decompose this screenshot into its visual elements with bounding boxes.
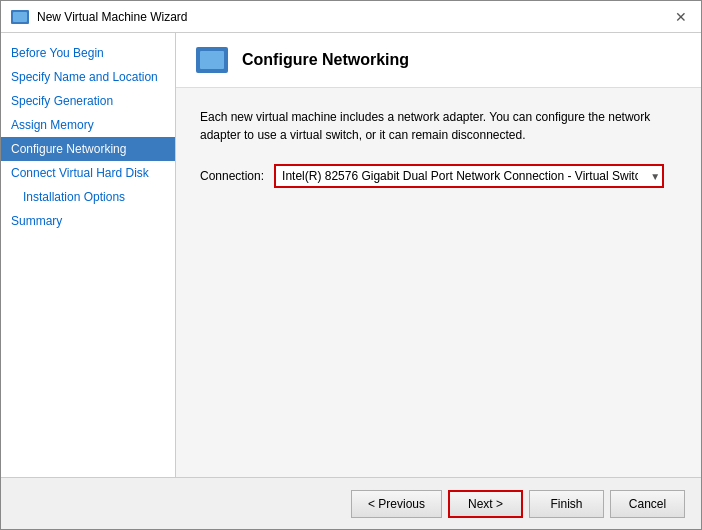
sidebar-item-assign-memory[interactable]: Assign Memory: [1, 113, 175, 137]
wizard-window: New Virtual Machine Wizard ✕ Before You …: [0, 0, 702, 530]
close-button[interactable]: ✕: [671, 7, 691, 27]
sidebar-item-connect-virtual-hard-disk[interactable]: Connect Virtual Hard Disk: [1, 161, 175, 185]
content-area: Before You BeginSpecify Name and Locatio…: [1, 33, 701, 477]
window-icon: [11, 10, 29, 24]
finish-button[interactable]: Finish: [529, 490, 604, 518]
page-title: Configure Networking: [242, 51, 409, 69]
page-body: Each new virtual machine includes a netw…: [176, 88, 701, 477]
description-text: Each new virtual machine includes a netw…: [200, 108, 660, 144]
connection-row: Connection: Intel(R) 82576 Gigabit Dual …: [200, 164, 677, 188]
window-title: New Virtual Machine Wizard: [37, 10, 188, 24]
main-panel: Configure Networking Each new virtual ma…: [176, 33, 701, 477]
cancel-button[interactable]: Cancel: [610, 490, 685, 518]
connection-select-wrapper: Intel(R) 82576 Gigabit Dual Port Network…: [274, 164, 664, 188]
page-header: Configure Networking: [176, 33, 701, 88]
previous-button[interactable]: < Previous: [351, 490, 442, 518]
sidebar-item-specify-generation[interactable]: Specify Generation: [1, 89, 175, 113]
title-bar: New Virtual Machine Wizard ✕: [1, 1, 701, 33]
connection-label: Connection:: [200, 169, 264, 183]
sidebar-item-summary[interactable]: Summary: [1, 209, 175, 233]
next-button[interactable]: Next >: [448, 490, 523, 518]
sidebar: Before You BeginSpecify Name and Locatio…: [1, 33, 176, 477]
sidebar-item-specify-name-location[interactable]: Specify Name and Location: [1, 65, 175, 89]
page-header-icon: [196, 47, 228, 73]
sidebar-item-configure-networking[interactable]: Configure Networking: [1, 137, 175, 161]
sidebar-item-installation-options[interactable]: Installation Options: [1, 185, 175, 209]
title-bar-left: New Virtual Machine Wizard: [11, 10, 188, 24]
footer: < Previous Next > Finish Cancel: [1, 477, 701, 529]
sidebar-item-before-you-begin[interactable]: Before You Begin: [1, 41, 175, 65]
connection-select[interactable]: Intel(R) 82576 Gigabit Dual Port Network…: [274, 164, 664, 188]
